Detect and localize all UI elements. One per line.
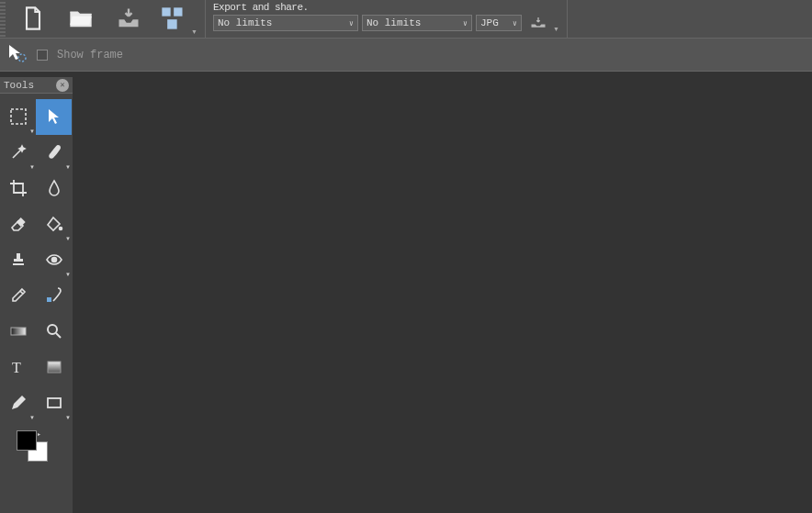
magnifier-icon — [45, 322, 63, 342]
tool-eyedropper[interactable] — [0, 278, 36, 314]
chevron-down-icon[interactable]: ▼ — [191, 28, 197, 35]
brush-color-icon — [45, 286, 63, 307]
folder-open-icon — [68, 6, 94, 33]
export-title: Export and share. — [213, 2, 559, 13]
cursor-icon — [45, 107, 63, 128]
tool-stamp[interactable] — [0, 242, 36, 278]
canvas-area[interactable] — [73, 77, 812, 513]
tool-crop[interactable] — [0, 171, 36, 206]
svg-rect-4 — [11, 109, 26, 124]
tool-zoom[interactable] — [36, 314, 72, 350]
svg-point-3 — [18, 54, 26, 61]
svg-point-11 — [48, 325, 57, 334]
tool-brush[interactable]: ▼ — [36, 135, 72, 171]
export-format-value: JPG — [480, 17, 499, 28]
distribute-icon — [160, 6, 186, 33]
tool-redeye[interactable]: ▼ — [36, 242, 72, 278]
tool-rectangle[interactable]: ▼ — [36, 385, 72, 421]
tool-shape[interactable] — [36, 350, 72, 385]
export-share-button[interactable] — [525, 15, 551, 31]
crop-icon — [9, 179, 28, 199]
paint-bucket-icon — [45, 215, 63, 235]
align-distribute-button[interactable] — [152, 0, 193, 39]
brush-icon — [45, 143, 63, 163]
svg-rect-2 — [168, 20, 175, 28]
tool-text[interactable]: T — [0, 350, 36, 385]
show-frame-checkbox[interactable] — [37, 50, 48, 61]
rectangle-gradient-icon — [45, 358, 63, 378]
export-controls-row: No limits ∨ No limits ∨ JPG ∨ ▼ — [213, 15, 559, 31]
tool-gradient[interactable] — [0, 314, 36, 350]
expand-tri-icon: ▼ — [29, 415, 35, 420]
swap-colors-icon[interactable]: ▸ — [38, 430, 40, 437]
pen-icon — [9, 394, 28, 414]
color-swatches[interactable]: ▸ — [17, 430, 53, 467]
options-bar: Show frame — [0, 39, 812, 72]
new-file-button[interactable] — [9, 0, 57, 39]
chevron-down-icon: ∨ — [463, 19, 468, 28]
eraser-icon — [9, 215, 28, 235]
svg-rect-5 — [16, 217, 25, 227]
chevron-down-icon[interactable]: ▼ — [553, 26, 559, 32]
svg-rect-0 — [164, 8, 170, 15]
chevron-down-icon: ∨ — [349, 19, 354, 28]
cloud-upload-icon — [529, 16, 547, 30]
tools-panel-title: Tools — [4, 80, 34, 91]
cursor-align-icon — [6, 43, 28, 67]
top-toolbar: ▼ Export and share. No limits ∨ No limit… — [0, 0, 812, 39]
svg-rect-14 — [48, 398, 61, 407]
tool-rect-select[interactable]: ▼ — [0, 99, 36, 135]
close-icon: ✕ — [60, 80, 64, 90]
expand-tri-icon: ▼ — [65, 272, 71, 277]
close-panel-button[interactable]: ✕ — [56, 79, 69, 92]
gradient-icon — [9, 322, 28, 342]
droplet-icon — [45, 179, 63, 199]
text-icon: T — [9, 358, 28, 378]
svg-point-8 — [51, 257, 56, 262]
export-width-select[interactable]: No limits ∨ — [213, 15, 358, 31]
foreground-color-swatch[interactable] — [17, 430, 37, 451]
expand-tri-icon: ▼ — [65, 164, 71, 170]
tool-eraser[interactable] — [0, 206, 36, 242]
tools-panel-header: Tools ✕ — [0, 77, 73, 94]
magic-wand-icon — [9, 143, 28, 163]
inbox-download-icon — [116, 6, 141, 33]
svg-rect-10 — [11, 328, 26, 335]
svg-text:T: T — [12, 360, 21, 375]
svg-rect-7 — [13, 263, 24, 265]
export-height-value: No limits — [367, 17, 421, 28]
download-button[interactable] — [105, 0, 152, 39]
tool-move[interactable] — [36, 99, 72, 135]
svg-rect-13 — [48, 362, 61, 373]
export-height-select[interactable]: No limits ∨ — [362, 15, 472, 31]
export-width-value: No limits — [218, 17, 272, 28]
expand-tri-icon: ▼ — [65, 236, 71, 241]
svg-rect-1 — [175, 8, 181, 15]
eyedropper-icon — [9, 286, 28, 307]
svg-rect-9 — [47, 297, 51, 302]
show-frame-label: Show frame — [57, 49, 123, 61]
expand-tri-icon: ▼ — [29, 164, 35, 170]
expand-tri-icon: ▼ — [65, 415, 71, 420]
toolbar-left-group: ▼ — [0, 0, 197, 38]
tools-panel: ▼ ▼ ▼ — [0, 94, 73, 513]
export-panel: Export and share. No limits ∨ No limits … — [205, 0, 568, 38]
marquee-icon — [9, 107, 28, 128]
open-file-button[interactable] — [57, 0, 105, 39]
tool-bucket[interactable]: ▼ — [36, 206, 72, 242]
tool-blur[interactable] — [36, 171, 72, 206]
tool-colorreplace[interactable] — [36, 278, 72, 314]
export-format-select[interactable]: JPG ∨ — [476, 15, 522, 31]
toolbar-grip[interactable] — [0, 0, 6, 38]
svg-point-6 — [59, 227, 62, 229]
document-icon — [20, 6, 46, 33]
rectangle-outline-icon — [45, 394, 63, 414]
stamp-icon — [9, 251, 28, 271]
tool-pen[interactable]: ▼ — [0, 385, 36, 421]
expand-tri-icon: ▼ — [29, 128, 35, 134]
chevron-down-icon: ∨ — [513, 19, 517, 28]
eye-icon — [45, 251, 63, 271]
tool-wand[interactable]: ▼ — [0, 135, 36, 171]
